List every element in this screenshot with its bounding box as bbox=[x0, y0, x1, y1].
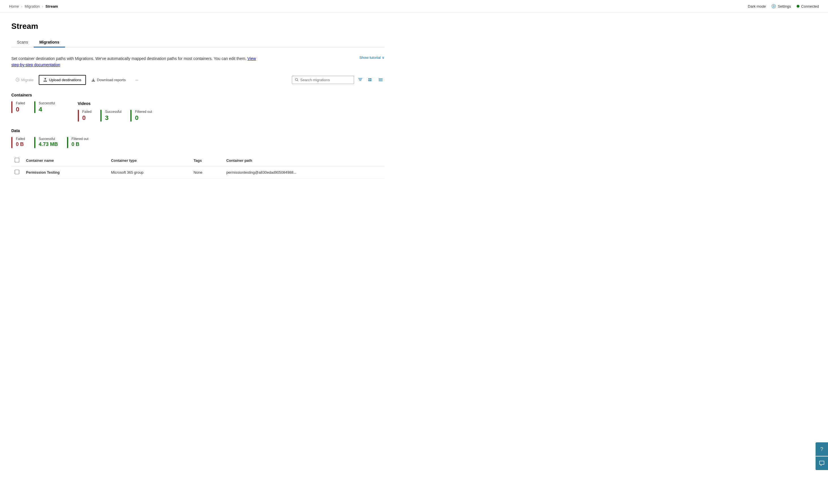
filter-button[interactable] bbox=[356, 76, 364, 84]
stat-inner: Successful 4.73 MB bbox=[39, 137, 58, 148]
tabs: Scans Migrations bbox=[11, 38, 384, 47]
successful-bar bbox=[34, 101, 35, 113]
migrate-icon bbox=[15, 78, 19, 82]
column-container-path: Container path bbox=[223, 155, 384, 166]
stat-inner: Filtered out 0 bbox=[135, 110, 152, 122]
row-container-name: Permission Testing bbox=[23, 166, 108, 178]
column-container-type: Container type bbox=[108, 155, 190, 166]
breadcrumb-home[interactable]: Home bbox=[9, 4, 19, 8]
successful-label: Successful bbox=[39, 101, 55, 105]
data-failed-value: 0 B bbox=[16, 141, 25, 148]
data-filtered-stat: Filtered out 0 B bbox=[67, 137, 88, 148]
gear-icon bbox=[772, 4, 776, 8]
failed-bar bbox=[11, 137, 12, 148]
svg-rect-4 bbox=[370, 78, 371, 80]
videos-failed-value: 0 bbox=[82, 114, 92, 122]
tab-migrations[interactable]: Migrations bbox=[34, 38, 65, 47]
failed-bar bbox=[78, 110, 79, 122]
migrations-table: Container name Container type Tags Conta… bbox=[11, 155, 384, 179]
data-successful-stat: Successful 4.73 MB bbox=[34, 137, 58, 148]
search-box[interactable] bbox=[292, 76, 354, 84]
stat-inner: Filtered out 0 B bbox=[72, 137, 88, 148]
table-header-row: Container name Container type Tags Conta… bbox=[11, 155, 384, 166]
stat-inner: Failed 0 B bbox=[16, 137, 25, 148]
videos-filtered-value: 0 bbox=[135, 114, 152, 122]
connected-label: Connected bbox=[801, 4, 819, 8]
chevron-down-icon: ∨ bbox=[382, 55, 384, 60]
search-input[interactable] bbox=[300, 78, 351, 82]
groupby-icon bbox=[368, 78, 373, 82]
stat-inner: Failed 0 bbox=[82, 110, 92, 122]
upload-destinations-label: Upload destinations bbox=[49, 78, 81, 82]
containers-title: Containers bbox=[11, 93, 384, 97]
top-bar: Home › Migration › Stream Dark mode Sett… bbox=[0, 0, 828, 13]
description-row: Set container destination paths with Mig… bbox=[11, 55, 384, 68]
columns-button[interactable] bbox=[377, 76, 384, 84]
page-content: Stream Scans Migrations Set container de… bbox=[0, 13, 396, 188]
stat-inner: Successful 3 bbox=[105, 110, 121, 122]
containers-stats-row: Failed 0 Successful 4 Videos F bbox=[11, 101, 384, 122]
breadcrumb-current: Stream bbox=[45, 4, 58, 8]
successful-label: Successful bbox=[39, 137, 58, 141]
groupby-button[interactable] bbox=[367, 76, 374, 84]
videos-section: Videos Failed 0 Successful 3 bbox=[78, 101, 152, 122]
more-button[interactable]: ··· bbox=[131, 75, 142, 85]
svg-rect-5 bbox=[370, 80, 371, 81]
breadcrumb-migration[interactable]: Migration bbox=[25, 4, 40, 8]
containers-stats-section: Containers Failed 0 Successful 4 Videos bbox=[11, 93, 384, 122]
dark-mode-toggle[interactable]: Dark mode bbox=[748, 4, 766, 8]
successful-bar bbox=[100, 110, 101, 122]
table-row: Permission Testing Microsoft 365 group N… bbox=[11, 166, 384, 178]
data-filtered-value: 0 B bbox=[72, 141, 88, 148]
tab-scans[interactable]: Scans bbox=[11, 38, 34, 47]
columns-icon bbox=[378, 78, 383, 82]
page-title: Stream bbox=[11, 22, 384, 31]
breadcrumb-sep-2: › bbox=[42, 4, 43, 8]
containers-successful-value: 4 bbox=[39, 106, 55, 113]
videos-successful-value: 3 bbox=[105, 114, 121, 122]
data-stats-row: Failed 0 B Successful 4.73 MB Filtered o… bbox=[11, 137, 384, 148]
checkbox-header[interactable] bbox=[11, 155, 23, 166]
migrate-label: Migrate bbox=[21, 78, 33, 82]
toolbar: Migrate Upload destinations Download rep… bbox=[11, 75, 384, 85]
settings-label: Settings bbox=[778, 4, 791, 8]
data-failed-stat: Failed 0 B bbox=[11, 137, 25, 148]
show-tutorial-label: Show tutorial bbox=[360, 55, 381, 60]
successful-bar bbox=[34, 137, 35, 148]
videos-stats-row: Failed 0 Successful 3 bbox=[78, 110, 152, 122]
data-successful-value: 4.73 MB bbox=[39, 141, 58, 148]
stat-inner: Successful 4 bbox=[39, 101, 55, 113]
top-actions: Dark mode Settings Connected bbox=[748, 4, 819, 8]
column-tags: Tags bbox=[190, 155, 223, 166]
show-tutorial-button[interactable]: Show tutorial ∨ bbox=[360, 55, 384, 60]
download-reports-button[interactable]: Download reports bbox=[87, 75, 130, 85]
settings-button[interactable]: Settings bbox=[772, 4, 791, 8]
breadcrumb: Home › Migration › Stream bbox=[9, 4, 58, 8]
svg-rect-3 bbox=[369, 80, 370, 81]
filter-icon bbox=[358, 78, 363, 82]
videos-filtered-stat: Filtered out 0 bbox=[130, 110, 152, 122]
successful-label: Successful bbox=[105, 110, 121, 114]
containers-successful-stat: Successful 4 bbox=[34, 101, 55, 113]
row-tags: None bbox=[190, 166, 223, 178]
more-icon: ··· bbox=[135, 78, 138, 82]
data-title: Data bbox=[11, 128, 384, 133]
data-stats-section: Data Failed 0 B Successful 4.73 MB Fil bbox=[11, 128, 384, 148]
description-body: Set container destination paths with Mig… bbox=[11, 56, 246, 61]
filtered-bar bbox=[130, 110, 131, 122]
row-checkbox-cell[interactable] bbox=[11, 166, 23, 178]
row-container-type: Microsoft 365 group bbox=[108, 166, 190, 178]
migrate-button[interactable]: Migrate bbox=[11, 75, 38, 85]
download-icon bbox=[91, 78, 95, 82]
select-all-checkbox[interactable] bbox=[15, 158, 19, 162]
failed-label: Failed bbox=[82, 110, 92, 114]
row-checkbox[interactable] bbox=[15, 170, 19, 174]
column-container-name: Container name bbox=[23, 155, 108, 166]
upload-destinations-button[interactable]: Upload destinations bbox=[39, 75, 86, 85]
failed-label: Failed bbox=[16, 137, 25, 141]
videos-successful-stat: Successful 3 bbox=[100, 110, 121, 122]
toolbar-right bbox=[292, 76, 384, 84]
row-container-path: permissiontesting@a830edad905084988... bbox=[223, 166, 384, 178]
containers-failed-value: 0 bbox=[16, 106, 25, 113]
filtered-label: Filtered out bbox=[135, 110, 152, 114]
